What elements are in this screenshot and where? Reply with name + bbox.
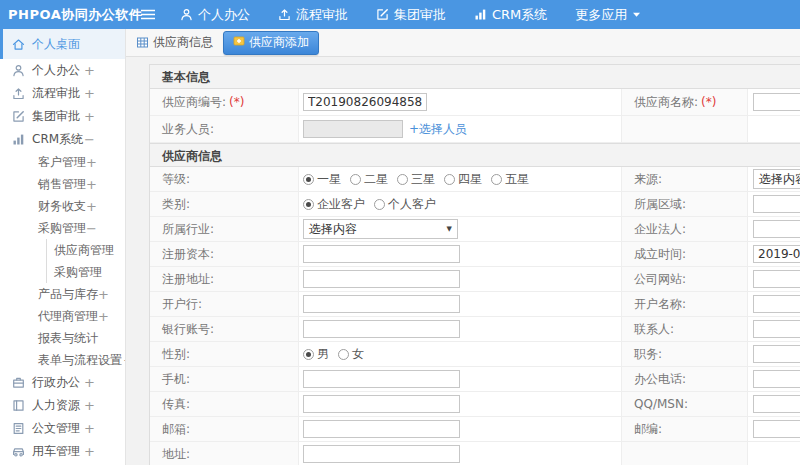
registered-address-input[interactable] [303, 270, 460, 288]
legal-person-input[interactable] [753, 220, 800, 238]
tab-supplier-add[interactable]: 供应商添加 [223, 31, 319, 55]
add-icon [233, 35, 245, 50]
form-row: 等级:一星二星三星四星五星来源:选择内容▼ [150, 167, 800, 192]
plus-icon[interactable]: + [84, 63, 95, 78]
sidebar-item-agent-mgmt[interactable]: 代理商管理+ [0, 305, 125, 327]
topnav-label: 个人办公 [198, 6, 250, 24]
plus-icon[interactable]: + [98, 287, 109, 302]
sidebar-item-admin-office[interactable]: 行政办公+ [0, 371, 125, 394]
radio-icon [303, 174, 314, 185]
industry-select[interactable]: 选择内容▼ [303, 219, 458, 239]
edit-icon [12, 110, 25, 123]
qq-msn-input[interactable] [753, 395, 800, 413]
fax-input[interactable] [303, 395, 460, 413]
sidebar-item-customer-mgmt[interactable]: 客户管理+ [0, 151, 125, 173]
sidebar-item-vehicle-mgmt[interactable]: 用车管理+ [0, 440, 125, 463]
sidebar-item-human-resources[interactable]: 人力资源+ [0, 394, 125, 417]
field-label: 邮箱: [150, 417, 299, 442]
sidebar-item-workflow-approval[interactable]: 流程审批+ [0, 82, 125, 105]
sidebar-item-document-mgmt[interactable]: 公文管理+ [0, 417, 125, 440]
gender-radio-1[interactable]: 女 [338, 346, 364, 363]
postal-code-input[interactable] [753, 420, 800, 438]
plus-icon[interactable]: + [84, 86, 95, 101]
plus-icon[interactable]: + [98, 309, 109, 324]
required-marker: (*) [701, 95, 716, 109]
field-cell [748, 367, 800, 392]
plus-icon[interactable]: + [84, 109, 95, 124]
topnav-personal-office[interactable]: 个人办公 [166, 0, 264, 29]
account-name-input[interactable] [753, 295, 800, 313]
plus-icon[interactable]: + [84, 375, 95, 390]
bank-account-input[interactable] [303, 320, 460, 338]
sidebar-item-product-inventory[interactable]: 产品与库存+ [0, 283, 125, 305]
field-cell: 一星二星三星四星五星 [299, 167, 622, 192]
business-staff-input[interactable] [303, 120, 403, 138]
plus-icon[interactable]: + [86, 177, 97, 192]
form-section: 基本信息供应商编号:(*)供应商名称:(*)业务人员:+选择人员 [150, 65, 800, 143]
mobile-input[interactable] [303, 370, 460, 388]
topnav-crm-system[interactable]: CRM系统 [460, 0, 561, 29]
grade-radio-0[interactable]: 一星 [303, 171, 341, 188]
source-select[interactable]: 选择内容▼ [753, 169, 800, 189]
menu-toggle-icon[interactable] [140, 8, 166, 21]
field-label: 银行账号: [150, 317, 299, 342]
field-label: 职务: [622, 342, 748, 367]
chart-icon [12, 133, 25, 146]
field-cell [748, 292, 800, 317]
form-row: 所属行业:选择内容▼企业法人: [150, 217, 800, 242]
tab-supplier-info[interactable]: 供应商信息 [136, 34, 213, 51]
region-input[interactable] [753, 195, 800, 213]
topnav-group-approval[interactable]: 集团审批 [362, 0, 460, 29]
bank-branch-input[interactable] [303, 295, 460, 313]
supplier-name-input[interactable] [753, 93, 800, 111]
sidebar-item-form-workflow-settings[interactable]: 表单与流程设置+ [0, 349, 125, 371]
gender-radio-0[interactable]: 男 [303, 346, 329, 363]
sidebar-item-purchase-mgmt[interactable]: 采购管理− [0, 217, 125, 239]
position-input[interactable] [753, 345, 800, 363]
category-radio-0[interactable]: 企业客户 [303, 196, 365, 213]
supplier-form: 基本信息供应商编号:(*)供应商名称:(*)业务人员:+选择人员供应商信息等级:… [149, 64, 800, 465]
plus-icon[interactable]: + [86, 199, 97, 214]
plus-icon[interactable]: + [84, 444, 95, 459]
minus-icon[interactable]: − [84, 132, 95, 147]
field-cell [748, 392, 800, 417]
sidebar-item-supplier-mgmt[interactable]: 供应商管理 [46, 239, 125, 261]
sidebar-item-personal-office[interactable]: 个人办公+ [0, 59, 125, 82]
field-cell [748, 217, 800, 242]
sidebar-item-finance-income-expense[interactable]: 财务收支+ [0, 195, 125, 217]
plus-icon[interactable]: + [84, 398, 95, 413]
radio-icon [491, 174, 502, 185]
field-cell [299, 89, 622, 116]
topnav-more-apps[interactable]: 更多应用 [561, 0, 655, 29]
company-website-input[interactable] [753, 270, 800, 288]
topnav-workflow-approval[interactable]: 流程审批 [264, 0, 362, 29]
sidebar-item-group-approval[interactable]: 集团审批+ [0, 105, 125, 128]
sidebar-item-reports-statistics[interactable]: 报表与统计 [0, 327, 125, 349]
sidebar-item-personal-desktop[interactable]: 个人桌面 [0, 29, 125, 59]
sidebar-item-crm-system[interactable]: CRM系统− [0, 128, 125, 151]
topbar: PHPOA协同办公软件 个人办公流程审批集团审批CRM系统更多应用 [0, 0, 800, 29]
email-input[interactable] [303, 420, 460, 438]
plus-icon[interactable]: + [84, 421, 95, 436]
founded-date-input[interactable] [753, 245, 800, 263]
select-staff-link[interactable]: +选择人员 [409, 121, 467, 138]
field-cell: +选择人员 [299, 116, 622, 143]
field-cell: 企业客户个人客户 [299, 192, 622, 217]
office-phone-input[interactable] [753, 370, 800, 388]
plus-icon[interactable]: + [86, 155, 97, 170]
grade-radio-3[interactable]: 四星 [444, 171, 482, 188]
address-input[interactable] [303, 445, 460, 463]
form-row: 邮箱:邮编: [150, 417, 800, 442]
contact-person-input[interactable] [753, 320, 800, 338]
grade-radio-4[interactable]: 五星 [491, 171, 529, 188]
grade-radio-1[interactable]: 二星 [350, 171, 388, 188]
sidebar-item-purchasing[interactable]: 采购管理 [46, 261, 125, 283]
minus-icon[interactable]: − [86, 221, 97, 236]
grade-radio-2[interactable]: 三星 [397, 171, 435, 188]
user-icon [180, 8, 193, 21]
supplier-code-input[interactable] [303, 93, 427, 111]
field-cell [299, 417, 622, 442]
sidebar-item-sales-mgmt[interactable]: 销售管理+ [0, 173, 125, 195]
registered-capital-input[interactable] [303, 245, 460, 263]
category-radio-1[interactable]: 个人客户 [374, 196, 436, 213]
